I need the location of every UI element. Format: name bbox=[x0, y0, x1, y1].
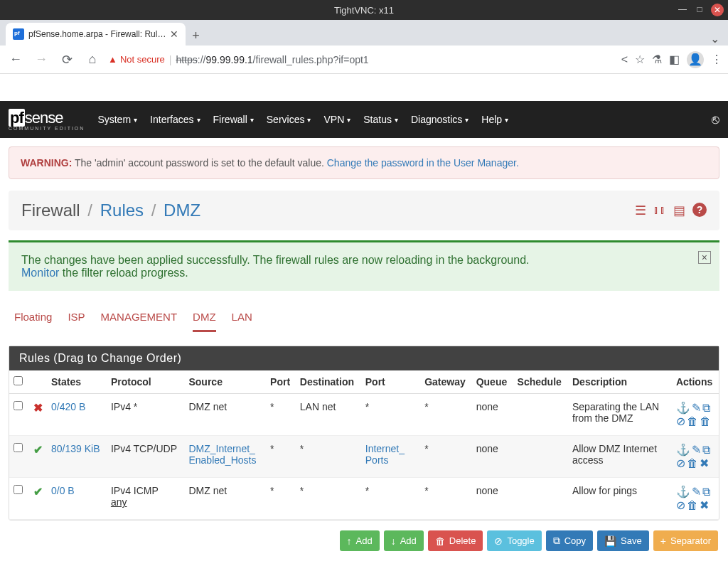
browser-tab-strip: pfSense.home.arpa - Firewall: Rul… ✕ + ⌄ bbox=[0, 20, 728, 46]
protocol-cell: IPv4 * bbox=[107, 394, 185, 436]
tab-close-icon[interactable]: ✕ bbox=[170, 28, 178, 40]
address-bar[interactable]: ▲ Not secure | https://99.99.99.1/firewa… bbox=[108, 54, 616, 65]
new-tab-button[interactable]: + bbox=[186, 26, 205, 46]
edit-icon[interactable]: ✎ bbox=[692, 401, 701, 415]
monitor-link[interactable]: Monitor bbox=[21, 267, 59, 279]
window-maximize-icon[interactable]: □ bbox=[694, 4, 705, 15]
trash-icon[interactable]: 🗑 bbox=[687, 457, 698, 470]
tab-management[interactable]: MANAGEMENT bbox=[101, 311, 178, 332]
tab-lan[interactable]: LAN bbox=[232, 311, 252, 332]
anchor-icon[interactable]: ⚓ bbox=[676, 401, 690, 415]
schedule-cell bbox=[513, 478, 568, 520]
share-icon[interactable]: < bbox=[621, 53, 628, 66]
stats-icon[interactable]: ⫾⫾ bbox=[653, 203, 666, 218]
disable-icon[interactable]: ⊘ bbox=[676, 456, 685, 470]
extension-flask-icon[interactable]: ⚗ bbox=[652, 53, 662, 66]
nav-menu-system[interactable]: System▾ bbox=[97, 114, 137, 125]
separator-button[interactable]: +Separator bbox=[653, 530, 718, 551]
copy-button[interactable]: ⧉Copy bbox=[546, 530, 593, 551]
row-checkbox[interactable] bbox=[14, 401, 23, 410]
source-cell: DMZ net bbox=[184, 394, 266, 436]
nav-menu-status[interactable]: Status▾ bbox=[363, 114, 398, 125]
table-row[interactable]: ✔0/0 BIPv4 ICMPanyDMZ net****noneAllow f… bbox=[9, 478, 719, 520]
nav-menu-diagnostics[interactable]: Diagnostics▾ bbox=[411, 114, 469, 125]
trash-icon[interactable]: 🗑 bbox=[687, 499, 698, 512]
breadcrumb-rules[interactable]: Rules bbox=[100, 201, 144, 220]
row-checkbox[interactable] bbox=[14, 485, 23, 494]
window-minimize-icon[interactable]: — bbox=[677, 4, 688, 15]
reload-button[interactable]: ⟳ bbox=[57, 50, 77, 70]
edit-icon[interactable]: ✎ bbox=[692, 443, 701, 456]
nav-menu-services[interactable]: Services▾ bbox=[267, 114, 311, 125]
back-button[interactable]: ← bbox=[6, 50, 26, 70]
interface-tabs: FloatingISPMANAGEMENTDMZLAN bbox=[9, 311, 719, 333]
profile-icon[interactable]: 👤 bbox=[687, 51, 704, 68]
window-close-icon[interactable]: ✕ bbox=[711, 4, 724, 16]
edit-icon[interactable]: ✎ bbox=[692, 485, 701, 498]
settings-icon[interactable]: ☰ bbox=[635, 203, 646, 218]
insecure-label: Not secure bbox=[120, 54, 165, 65]
tab-dmz[interactable]: DMZ bbox=[193, 311, 216, 332]
caret-down-icon: ▾ bbox=[505, 116, 508, 124]
states-link[interactable]: 0/0 B bbox=[51, 485, 75, 496]
toggle-button[interactable]: ⊘Toggle bbox=[487, 530, 541, 551]
description-cell: Allow DMZ Internet access bbox=[568, 436, 672, 478]
schedule-cell bbox=[513, 394, 568, 436]
bookmark-icon[interactable]: ☆ bbox=[635, 53, 645, 66]
schedule-cell bbox=[513, 436, 568, 478]
browser-tab[interactable]: pfSense.home.arpa - Firewall: Rul… ✕ bbox=[6, 23, 186, 46]
delete-icon[interactable]: ✖ bbox=[700, 456, 709, 470]
disable-icon[interactable]: ⊘ bbox=[676, 498, 685, 512]
dport-cell[interactable]: Internet_Ports bbox=[361, 436, 420, 478]
row-checkbox[interactable] bbox=[14, 443, 23, 452]
add-top-button[interactable]: ↑Add bbox=[340, 530, 380, 551]
tab-floating[interactable]: Floating bbox=[14, 311, 52, 332]
copy-icon[interactable]: ⧉ bbox=[702, 444, 710, 456]
panel-icon[interactable]: ◧ bbox=[669, 53, 680, 66]
disable-icon[interactable]: ⊘ bbox=[676, 415, 685, 428]
copy-icon[interactable]: ⧉ bbox=[702, 486, 710, 498]
save-button[interactable]: 💾Save bbox=[597, 530, 649, 551]
col-header: Port bbox=[361, 370, 420, 394]
tablist-dropdown-icon[interactable]: ⌄ bbox=[710, 32, 719, 46]
tab-isp[interactable]: ISP bbox=[68, 311, 85, 332]
save-icon: 💾 bbox=[604, 535, 616, 547]
kebab-menu-icon[interactable]: ⋮ bbox=[711, 53, 722, 66]
help-icon[interactable]: ? bbox=[692, 203, 707, 217]
trash-icon[interactable]: 🗑 bbox=[687, 415, 698, 428]
delete-button[interactable]: 🗑Delete bbox=[428, 530, 483, 551]
log-icon[interactable]: ▤ bbox=[673, 203, 685, 218]
logout-icon[interactable]: ⎋ bbox=[712, 112, 719, 127]
anchor-icon[interactable]: ⚓ bbox=[676, 485, 690, 498]
caret-down-icon: ▾ bbox=[465, 116, 469, 124]
breadcrumb-panel: Firewall / Rules / DMZ ☰ ⫾⫾ ▤ ? bbox=[9, 191, 719, 230]
table-row[interactable]: ✔80/139 KiBIPv4 TCP/UDPDMZ_Internet_Enab… bbox=[9, 436, 719, 478]
source-cell[interactable]: DMZ_Internet_Enabled_Hosts bbox=[184, 436, 266, 478]
select-all-checkbox[interactable] bbox=[14, 376, 23, 385]
warning-link[interactable]: Change the password in the User Manager. bbox=[327, 157, 519, 169]
dport-cell: * bbox=[361, 394, 420, 436]
panel-heading: Rules (Drag to Change Order) bbox=[9, 346, 719, 370]
states-link[interactable]: 0/420 B bbox=[51, 401, 85, 412]
nav-menu-vpn[interactable]: VPN▾ bbox=[323, 114, 350, 125]
add-bottom-button[interactable]: ↓Add bbox=[384, 530, 424, 551]
nav-menu-firewall[interactable]: Firewall▾ bbox=[213, 114, 254, 125]
pfsense-navbar: pfsense COMMUNITY EDITION System▾Interfa… bbox=[0, 101, 728, 138]
states-link[interactable]: 80/139 KiB bbox=[51, 443, 100, 454]
pfsense-logo[interactable]: pfsense COMMUNITY EDITION bbox=[9, 109, 85, 131]
nav-menu-interfaces[interactable]: Interfaces▾ bbox=[150, 114, 200, 125]
nav-menu-help[interactable]: Help▾ bbox=[481, 114, 508, 125]
col-header: Port bbox=[266, 370, 296, 394]
table-row[interactable]: ✖0/420 BIPv4 *DMZ net*LAN net**noneSepar… bbox=[9, 394, 719, 436]
alert-close-icon[interactable]: × bbox=[698, 251, 711, 264]
copy-icon[interactable]: ⧉ bbox=[702, 402, 710, 415]
actions-cell: ⚓✎⧉⊘🗑✖ bbox=[672, 436, 719, 478]
anchor-icon[interactable]: ⚓ bbox=[676, 443, 690, 456]
col-header: Schedule bbox=[513, 370, 568, 394]
warning-text: The 'admin' account password is set to t… bbox=[72, 157, 326, 169]
delete-icon[interactable]: ✖ bbox=[700, 498, 709, 512]
home-button[interactable]: ⌂ bbox=[82, 50, 102, 70]
insecure-warning-icon: ▲ bbox=[108, 54, 117, 65]
breadcrumb-dmz[interactable]: DMZ bbox=[164, 201, 200, 220]
delete-icon[interactable]: 🗑 bbox=[700, 415, 711, 428]
